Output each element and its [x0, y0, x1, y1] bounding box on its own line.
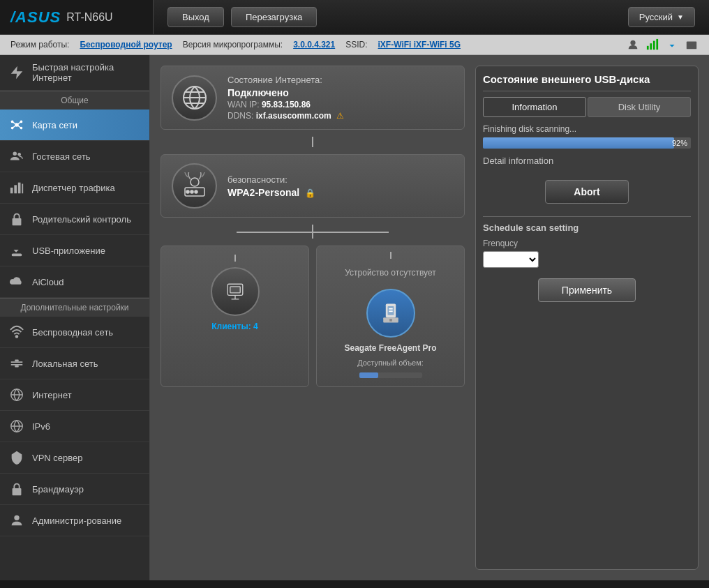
- networkmap-icon: [8, 116, 25, 133]
- sidebar-item-vpn[interactable]: VPN сервер: [0, 442, 149, 474]
- sidebar-item-trafficmanager[interactable]: Диспетчер трафика: [0, 172, 149, 204]
- lang-area: Русский ▼: [628, 7, 695, 27]
- tab-disk-utility[interactable]: Disk Utility: [588, 97, 691, 117]
- usb-device-icon-circle: [366, 289, 415, 338]
- sidebar-item-admin[interactable]: Администри-рование: [0, 505, 149, 536]
- router-card: безопасности: WPA2-Personal 🔒: [161, 154, 465, 218]
- firmware-value-link[interactable]: 3.0.0.4.321: [293, 40, 335, 50]
- vpn-icon: [8, 449, 25, 466]
- sidebar-item-wireless[interactable]: Беспроводная сеть: [0, 317, 149, 348]
- top-bar: /ASUS RT-N66U Выход Перезагрузка Русский…: [0, 0, 709, 35]
- sidebar-group-advanced: Дополнительные настройки: [0, 298, 149, 317]
- tab-information[interactable]: Information: [483, 97, 586, 117]
- abort-button[interactable]: Abort: [545, 180, 629, 204]
- svg-point-25: [16, 336, 18, 338]
- quicksetup-icon: [8, 64, 25, 81]
- reboot-button[interactable]: Перезагрузка: [231, 7, 317, 27]
- exit-button[interactable]: Выход: [167, 7, 224, 27]
- progress-bar: [483, 137, 674, 149]
- svg-point-17: [13, 152, 17, 156]
- sidebar-item-aicloud[interactable]: AiCloud: [0, 266, 149, 298]
- ssid-label: SSID:: [345, 40, 367, 50]
- sidebar-item-networkmap[interactable]: Карта сети: [0, 110, 149, 141]
- sidebar-label-networkmap: Карта сети: [32, 120, 77, 130]
- avail-bar: [359, 372, 378, 378]
- sidebar-item-guestnetwork[interactable]: Гостевая сеть: [0, 141, 149, 172]
- mode-value-link[interactable]: Беспроводной роутер: [80, 40, 172, 50]
- warning-icon: ⚠: [336, 111, 344, 121]
- svg-point-34: [191, 178, 199, 186]
- trafficmanager-icon: [8, 179, 25, 196]
- usb-card: Устройство отсутствует Seagate FreeAgent…: [316, 246, 465, 387]
- logo-area: /ASUS RT-N66U: [0, 0, 154, 34]
- svg-rect-7: [688, 43, 693, 44]
- svg-point-35: [186, 190, 189, 193]
- sidebar-item-ipv6[interactable]: IPv6: [0, 411, 149, 442]
- internet-icon: [8, 386, 25, 403]
- svg-rect-30: [13, 488, 22, 495]
- logo-asus: /ASUS: [10, 8, 61, 27]
- main-layout: Быстрая настройка Интернет Общие Карта с…: [0, 55, 709, 580]
- sidebar-item-usbapp[interactable]: USB-приложение: [0, 235, 149, 266]
- internet-icon-circle: [172, 75, 217, 121]
- sidebar-item-firewall[interactable]: Брандмауэр: [0, 474, 149, 505]
- sidebar-item-internet[interactable]: Интернет: [0, 379, 149, 411]
- svg-rect-21: [18, 183, 21, 194]
- progress-bar-container: 92%: [483, 137, 691, 149]
- sidebar-label-internet: Интернет: [32, 390, 72, 400]
- sidebar-item-parental[interactable]: Родительский контроль: [0, 204, 149, 235]
- svg-point-36: [191, 190, 193, 193]
- svg-rect-19: [10, 188, 13, 193]
- svg-rect-26: [15, 360, 19, 362]
- svg-rect-1: [647, 46, 649, 50]
- svg-point-18: [17, 153, 21, 156]
- chevron-down-icon: ▼: [677, 13, 684, 21]
- aicloud-icon: [8, 273, 25, 290]
- lock-icon: 🔒: [305, 188, 315, 198]
- clients-count: 4: [253, 322, 258, 331]
- svg-rect-2: [650, 43, 652, 50]
- sidebar-item-quicksetup[interactable]: Быстрая настройка Интернет: [0, 55, 149, 91]
- sidebar-label-parental: Родительский контроль: [32, 214, 131, 225]
- usbapp-icon: [8, 242, 25, 259]
- content-area: Состояние Интернета: Подключено WAN IP: …: [150, 55, 709, 580]
- apply-button[interactable]: Применить: [538, 278, 636, 302]
- svg-rect-44: [389, 310, 392, 312]
- usb-icon: [665, 38, 679, 52]
- firewall-icon: [8, 481, 25, 497]
- freq-select[interactable]: Daily Weekly Monthly: [483, 251, 539, 268]
- top-nav: Выход Перезагрузка Русский ▼: [154, 7, 709, 27]
- mode-label: Режим работы:: [10, 40, 69, 50]
- sidebar-label-quicksetup: Быстрая настройка Интернет: [32, 62, 141, 83]
- sidebar-label-aicloud: AiCloud: [32, 277, 64, 287]
- network-map: Состояние Интернета: Подключено WAN IP: …: [161, 66, 465, 570]
- svg-rect-45: [389, 319, 392, 322]
- usb-status-panel: Состояние внешнего USB-диска Information…: [475, 66, 699, 570]
- ddns: DDNS: ixf.asuscomm.com ⚠: [227, 111, 454, 121]
- sidebar-label-usbapp: USB-приложение: [32, 246, 105, 256]
- panel-divider: [483, 216, 691, 217]
- status-bar: Режим работы: Беспроводной роутер Версия…: [0, 35, 709, 55]
- security-label: безопасности:: [227, 174, 454, 185]
- sidebar-label-firewall: Брандмауэр: [32, 484, 84, 495]
- sidebar-label-admin: Администри-рование: [32, 515, 121, 526]
- guestnetwork-icon: [8, 148, 25, 165]
- sidebar-item-lan[interactable]: Локальная сеть: [0, 348, 149, 379]
- schedule-title: Schedule scan setting: [483, 223, 691, 233]
- parental-icon: [8, 211, 25, 227]
- t-connector: [161, 225, 465, 239]
- user-icon: [626, 38, 640, 52]
- connector-line-1: [161, 137, 465, 147]
- sidebar-group-general: Общие: [0, 91, 149, 110]
- language-button[interactable]: Русский ▼: [628, 7, 695, 27]
- clients-card: Клиенты: 4: [161, 246, 309, 387]
- ssid-value-link[interactable]: iXF-WiFi iXF-WiFi 5G: [378, 40, 461, 50]
- no-device-label: Устройство отсутствует: [345, 268, 436, 278]
- firmware-label: Версия микропрограммы:: [183, 40, 283, 50]
- client-connector: [234, 255, 236, 262]
- svg-point-6: [694, 46, 696, 49]
- progress-text: 92%: [672, 137, 687, 149]
- sidebar-label-ipv6: IPv6: [32, 421, 50, 432]
- disk-icon: [685, 38, 699, 52]
- svg-rect-27: [15, 365, 19, 368]
